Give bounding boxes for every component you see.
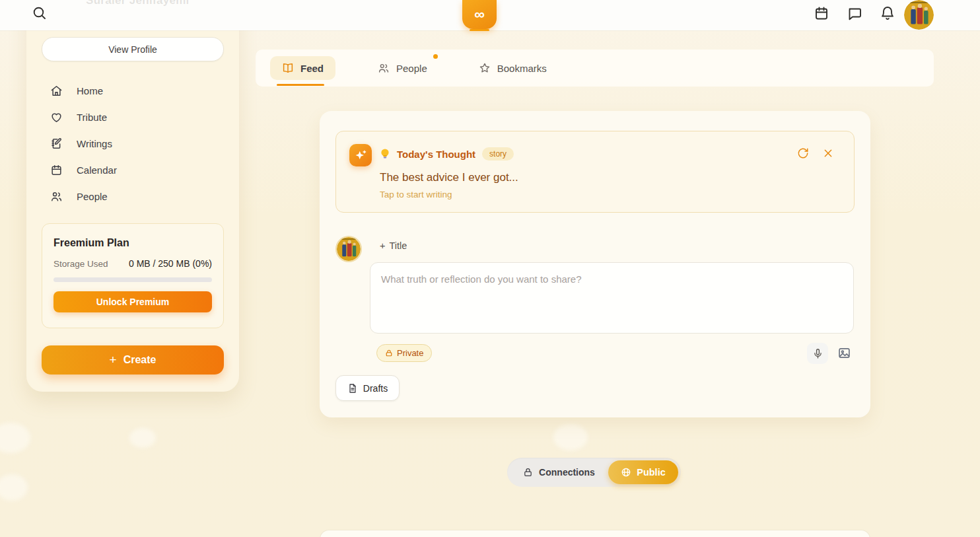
refresh-icon [797, 147, 809, 159]
view-profile-button[interactable]: View Profile [42, 37, 224, 61]
heart-icon [50, 111, 63, 124]
sidebar-item-tribute[interactable]: Tribute [50, 104, 215, 130]
tab-bookmarks[interactable]: Bookmarks [470, 56, 556, 80]
prompt-hint: Tap to start writing [380, 190, 452, 199]
tab-people-label: People [396, 63, 427, 74]
tab-feed-label: Feed [300, 63, 324, 74]
tab-feed[interactable]: Feed [270, 56, 335, 80]
app-logo[interactable]: ∞ [462, 0, 497, 29]
sidebar-card: View Profile Home Tribute Writings [26, 0, 239, 392]
prompt-close-button[interactable] [823, 148, 833, 159]
prompt-header: Today's Thought story [380, 147, 514, 161]
next-card-edge [320, 530, 870, 537]
sidebar-item-home[interactable]: Home [50, 77, 215, 104]
calendar-topbar-icon[interactable] [814, 5, 829, 21]
tab-people[interactable]: People [368, 56, 437, 80]
visibility-connections-label: Connections [539, 467, 595, 478]
lock-icon [385, 349, 393, 357]
plan-card: Freemium Plan Storage Used 0 MB / 250 MB… [42, 223, 224, 328]
storage-value: 0 MB / 250 MB (0%) [129, 258, 212, 269]
notebook-pen-icon [50, 137, 63, 150]
people-icon [50, 190, 63, 203]
faded-profile-name: Suraler Jenifayemi [86, 0, 190, 7]
chat-icon[interactable] [847, 5, 862, 21]
sidebar-item-label: Calendar [77, 164, 117, 176]
mic-icon [812, 348, 823, 359]
prompt-type-badge: story [482, 147, 514, 161]
app-root: View Profile Home Tribute Writings [0, 0, 980, 537]
composer-card: Today's Thought story The best advice I … [320, 111, 870, 417]
sidebar-item-calendar[interactable]: Calendar [50, 157, 215, 183]
unlock-premium-button[interactable]: Unlock Premium [53, 291, 212, 312]
logo-underline [470, 29, 489, 31]
decorative-blob [0, 474, 28, 501]
create-plus: + [110, 353, 117, 367]
privacy-badge-label: Private [397, 348, 423, 358]
decorative-blob [129, 428, 156, 448]
plan-title: Freemium Plan [53, 237, 212, 249]
create-button[interactable]: + Create [42, 345, 224, 375]
lightbulb-icon [380, 148, 390, 160]
document-icon [347, 383, 358, 394]
sparkles-badge [349, 144, 372, 166]
sparkles-icon [354, 149, 367, 162]
topbar-avatar[interactable] [904, 0, 934, 30]
book-open-icon [282, 62, 294, 74]
star-icon [479, 62, 491, 74]
sidebar-item-label: Writings [77, 138, 112, 149]
storage-progress-track [53, 277, 212, 282]
sidebar-item-people[interactable]: People [50, 183, 215, 209]
plus-icon: + [380, 240, 385, 251]
composer-avatar[interactable] [337, 237, 361, 261]
feed-tabbar: Feed People Bookmarks [256, 50, 934, 87]
sidebar-item-label: People [77, 191, 108, 202]
close-icon [823, 148, 833, 159]
create-label: Create [123, 354, 157, 366]
view-profile-label: View Profile [108, 44, 157, 55]
drafts-button[interactable]: Drafts [335, 375, 400, 401]
calendar-icon [50, 164, 63, 176]
decorative-blob [553, 424, 588, 450]
topbar: Suraler Jenifayemi ∞ [0, 0, 980, 30]
prompt-title: Today's Thought [397, 149, 475, 160]
visibility-public[interactable]: Public [608, 460, 678, 484]
people-tab-dot [433, 54, 438, 59]
visibility-public-label: Public [637, 467, 666, 478]
prompt-refresh-button[interactable] [797, 147, 809, 159]
storage-row: Storage Used 0 MB / 250 MB (0%) [53, 258, 212, 269]
home-icon [50, 85, 63, 97]
image-button[interactable] [837, 346, 851, 360]
sidebar-item-writings[interactable]: Writings [50, 130, 215, 157]
lock-icon [523, 467, 533, 478]
visibility-connections[interactable]: Connections [510, 460, 608, 484]
tab-bookmarks-label: Bookmarks [497, 63, 547, 74]
composer-title-label: Title [389, 240, 407, 251]
composer-title-row[interactable]: + Title [380, 240, 407, 251]
infinity-icon: ∞ [474, 6, 485, 23]
drafts-label: Drafts [363, 383, 388, 394]
sidebar-item-label: Tribute [77, 112, 107, 123]
search-icon[interactable] [32, 5, 48, 21]
feed-active-underline [277, 84, 324, 87]
prompt-text: The best advice I ever got... [380, 171, 518, 184]
prompt-card[interactable]: Today's Thought story The best advice I … [335, 131, 855, 213]
mic-button[interactable] [807, 343, 828, 364]
visibility-toggle: Connections Public [507, 458, 681, 487]
globe-icon [621, 467, 631, 478]
composer-textarea[interactable] [370, 262, 854, 334]
people-icon [378, 62, 390, 74]
bell-icon[interactable] [880, 5, 895, 21]
sidebar-nav: Home Tribute Writings Calendar [50, 77, 215, 209]
image-icon [837, 346, 851, 360]
sidebar-item-label: Home [77, 85, 103, 96]
decorative-blob [0, 423, 30, 453]
privacy-badge[interactable]: Private [376, 344, 432, 362]
storage-label: Storage Used [53, 259, 108, 269]
